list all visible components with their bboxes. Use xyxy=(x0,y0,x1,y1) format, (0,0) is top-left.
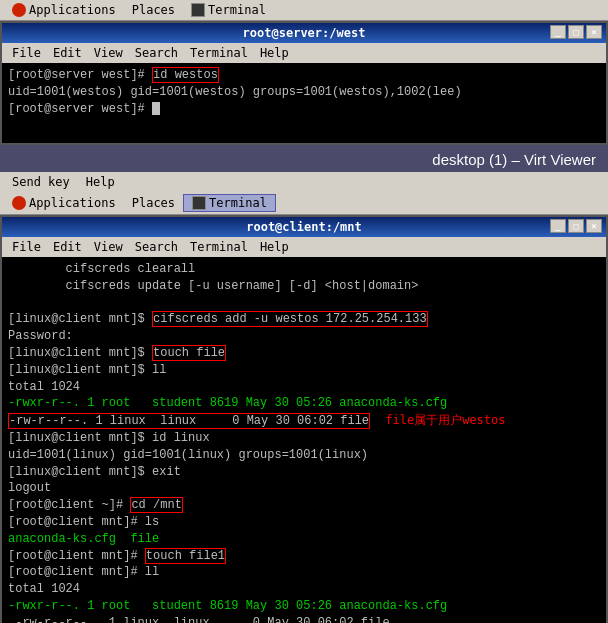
close-button[interactable]: × xyxy=(586,25,602,39)
app-icon xyxy=(12,3,26,17)
terminal-menu[interactable]: Terminal xyxy=(183,2,274,18)
client-cmd-cd: cd /mnt xyxy=(130,497,182,513)
bottom-places-menu[interactable]: Places xyxy=(124,195,183,211)
server-line-2: uid=1001(westos) gid=1001(westos) groups… xyxy=(8,84,600,101)
client-view-menu[interactable]: View xyxy=(88,239,129,255)
maximize-button[interactable]: □ xyxy=(568,25,584,39)
server-terminal-window: root@server:/west _ □ × File Edit View S… xyxy=(0,21,608,145)
client-line-anaconda: -rwxr-r--. 1 root student 8619 May 30 05… xyxy=(8,395,600,412)
bottom-applications-menu[interactable]: Applications xyxy=(4,195,124,211)
client-prompt-root2: [root@client mnt]# xyxy=(8,549,145,563)
client-line-ll2: [root@client mnt]# ll xyxy=(8,564,600,581)
client-line-ls-output: anaconda-ks.cfg file xyxy=(8,531,600,548)
client-line-total2: total 1024 xyxy=(8,581,600,598)
client-help-menu[interactable]: Help xyxy=(254,239,295,255)
applications-menu[interactable]: Applications xyxy=(4,2,124,18)
file-menu[interactable]: File xyxy=(6,45,47,61)
client-line-blank xyxy=(8,295,600,312)
server-titlebar: root@server:/west _ □ × xyxy=(2,23,606,43)
server-window-controls: _ □ × xyxy=(550,25,602,39)
client-title: root@client:/mnt xyxy=(246,220,362,234)
client-line-touch-file1: [root@client mnt]# touch file1 xyxy=(8,548,600,565)
places-menu[interactable]: Places xyxy=(124,2,183,18)
client-menubar: File Edit View Search Terminal Help xyxy=(2,237,606,257)
client-prompt-root1: [root@client ~]# xyxy=(8,498,130,512)
server-menubar: File Edit View Search Terminal Help xyxy=(2,43,606,63)
virt-viewer-menubar: Send key Help xyxy=(0,172,608,192)
server-cmd-1: id westos xyxy=(152,67,219,83)
client-line-cifscreds2: cifscreds update [-u username] [-d] <hos… xyxy=(8,278,600,295)
client-cmd-touch1: touch file1 xyxy=(145,548,226,564)
bottom-applications-label[interactable]: Applications xyxy=(29,196,116,210)
client-line-file: -rw-r--r--. 1 linux linux 0 May 30 06:02… xyxy=(8,412,600,430)
view-menu[interactable]: View xyxy=(88,45,129,61)
client-line-cifscreds1: cifscreds clearall xyxy=(8,261,600,278)
client-line-cd: [root@client ~]# cd /mnt xyxy=(8,497,600,514)
server-output-1: uid=1001(westos) gid=1001(westos) groups… xyxy=(8,85,462,99)
client-line-exit: [linux@client mnt]$ exit xyxy=(8,464,600,481)
client-line-logout: logout xyxy=(8,480,600,497)
applications-label[interactable]: Applications xyxy=(29,3,116,17)
server-line-1: [root@server west]# id westos xyxy=(8,67,600,84)
client-prompt-1: [linux@client mnt]$ xyxy=(8,312,152,326)
client-search-menu[interactable]: Search xyxy=(129,239,184,255)
server-terminal-body[interactable]: [root@server west]# id westos uid=1001(w… xyxy=(2,63,606,143)
top-taskbar: Applications Places Terminal xyxy=(0,0,608,21)
client-line-total: total 1024 xyxy=(8,379,600,396)
client-line-anaconda2: -rwxr-r--. 1 root student 8619 May 30 05… xyxy=(8,598,600,615)
client-titlebar: root@client:/mnt _ □ × xyxy=(2,217,606,237)
client-minimize-button[interactable]: _ xyxy=(550,219,566,233)
client-file-menu[interactable]: File xyxy=(6,239,47,255)
virt-viewer-title: desktop (1) – Virt Viewer xyxy=(432,151,596,168)
server-line-3: [root@server west]# xyxy=(8,101,600,118)
client-line-file2: -rw-r--r--. 1 linux linux 0 May 30 06:02… xyxy=(8,615,600,623)
annotation-westos: file属于用户westos xyxy=(385,413,505,427)
virt-viewer-bg: desktop (1) – Virt Viewer xyxy=(0,145,608,172)
client-line-cifscreds-add: [linux@client mnt]$ cifscreds add -u wes… xyxy=(8,311,600,328)
terminal-menu-item[interactable]: Terminal xyxy=(184,45,254,61)
edit-menu[interactable]: Edit xyxy=(47,45,88,61)
server-prompt-2: [root@server west]# xyxy=(8,102,152,116)
virt-help-menu[interactable]: Help xyxy=(78,174,123,190)
client-cmd-touch: touch file xyxy=(152,345,226,361)
client-prompt-2: [linux@client mnt]$ xyxy=(8,346,152,360)
terminal-icon xyxy=(191,3,205,17)
client-line-uid-linux: uid=1001(linux) gid=1001(linux) groups=1… xyxy=(8,447,600,464)
bottom-terminal-icon xyxy=(192,196,206,210)
client-maximize-button[interactable]: □ xyxy=(568,219,584,233)
client-line-touch-file: [linux@client mnt]$ touch file xyxy=(8,345,600,362)
places-label[interactable]: Places xyxy=(132,3,175,17)
search-menu[interactable]: Search xyxy=(129,45,184,61)
bottom-terminal-label[interactable]: Terminal xyxy=(209,196,267,210)
client-line-ll1: [linux@client mnt]$ ll xyxy=(8,362,600,379)
server-title: root@server:/west xyxy=(243,26,366,40)
client-line-id-linux: [linux@client mnt]$ id linux xyxy=(8,430,600,447)
bottom-app-icon xyxy=(12,196,26,210)
client-close-button[interactable]: × xyxy=(586,219,602,233)
help-menu[interactable]: Help xyxy=(254,45,295,61)
client-terminal-window: root@client:/mnt _ □ × File Edit View Se… xyxy=(0,215,608,623)
client-edit-menu[interactable]: Edit xyxy=(47,239,88,255)
bottom-taskbar: Applications Places Terminal xyxy=(0,192,608,215)
server-prompt-1: [root@server west]# xyxy=(8,68,152,82)
client-terminal-body[interactable]: cifscreds clearall cifscreds update [-u … xyxy=(2,257,606,623)
send-key-menu[interactable]: Send key xyxy=(4,174,78,190)
client-line-password: Password: xyxy=(8,328,600,345)
client-file-line: -rw-r--r--. 1 linux linux 0 May 30 06:02… xyxy=(8,413,370,429)
client-window-controls: _ □ × xyxy=(550,219,602,233)
client-terminal-menu[interactable]: Terminal xyxy=(184,239,254,255)
client-cmd-cifscreds: cifscreds add -u westos 172.25.254.133 xyxy=(152,311,428,327)
bottom-terminal-menu[interactable]: Terminal xyxy=(183,194,276,212)
terminal-label[interactable]: Terminal xyxy=(208,3,266,17)
minimize-button[interactable]: _ xyxy=(550,25,566,39)
server-cursor xyxy=(152,102,160,115)
client-line-ls: [root@client mnt]# ls xyxy=(8,514,600,531)
bottom-places-label[interactable]: Places xyxy=(132,196,175,210)
